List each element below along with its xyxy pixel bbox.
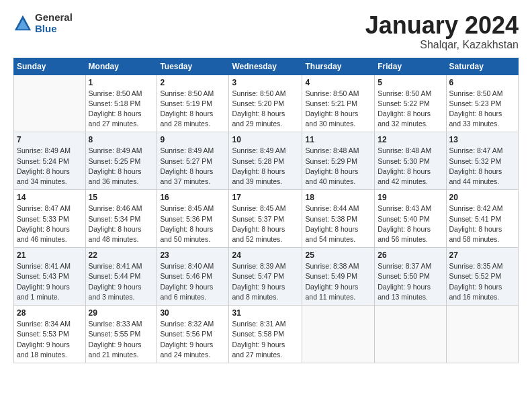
day-info: Sunrise: 8:37 AM Sunset: 5:50 PM Dayligh… <box>378 261 443 302</box>
day-info: Sunrise: 8:44 AM Sunset: 5:38 PM Dayligh… <box>305 203 371 244</box>
calendar-week-1: 1Sunrise: 8:50 AM Sunset: 5:18 PM Daylig… <box>14 75 519 132</box>
day-number: 5 <box>378 78 443 87</box>
calendar-cell: 24Sunrise: 8:39 AM Sunset: 5:47 PM Dayli… <box>229 248 302 306</box>
day-number: 26 <box>378 250 443 260</box>
day-info: Sunrise: 8:50 AM Sunset: 5:20 PM Dayligh… <box>232 89 299 130</box>
calendar-cell: 21Sunrise: 8:41 AM Sunset: 5:43 PM Dayli… <box>14 248 86 306</box>
calendar-cell: 4Sunrise: 8:50 AM Sunset: 5:21 PM Daylig… <box>302 75 375 132</box>
day-header-tuesday: Tuesday <box>157 58 229 75</box>
calendar-cell: 12Sunrise: 8:48 AM Sunset: 5:30 PM Dayli… <box>375 132 446 190</box>
day-number: 3 <box>232 78 299 87</box>
day-number: 17 <box>232 193 299 202</box>
day-header-thursday: Thursday <box>302 58 375 75</box>
day-info: Sunrise: 8:33 AM Sunset: 5:55 PM Dayligh… <box>89 319 154 360</box>
calendar-cell: 3Sunrise: 8:50 AM Sunset: 5:20 PM Daylig… <box>229 75 302 132</box>
calendar-cell: 19Sunrise: 8:43 AM Sunset: 5:40 PM Dayli… <box>375 190 446 248</box>
day-number: 24 <box>232 250 299 260</box>
day-info: Sunrise: 8:41 AM Sunset: 5:44 PM Dayligh… <box>89 261 154 302</box>
day-info: Sunrise: 8:50 AM Sunset: 5:19 PM Dayligh… <box>160 89 226 130</box>
day-header-sunday: Sunday <box>14 58 86 75</box>
day-number: 4 <box>305 78 371 87</box>
calendar-cell: 29Sunrise: 8:33 AM Sunset: 5:55 PM Dayli… <box>85 306 157 363</box>
title-block: January 2024 Shalqar, Kazakhstan <box>365 12 519 51</box>
calendar-cell <box>446 306 518 363</box>
day-number: 9 <box>160 135 226 144</box>
calendar-cell: 9Sunrise: 8:49 AM Sunset: 5:27 PM Daylig… <box>157 132 229 190</box>
day-info: Sunrise: 8:32 AM Sunset: 5:56 PM Dayligh… <box>160 319 226 360</box>
calendar-week-5: 28Sunrise: 8:34 AM Sunset: 5:53 PM Dayli… <box>14 306 519 363</box>
day-number: 14 <box>17 193 83 202</box>
day-number: 28 <box>17 308 83 318</box>
day-number: 18 <box>305 193 371 202</box>
calendar-cell: 15Sunrise: 8:46 AM Sunset: 5:34 PM Dayli… <box>85 190 157 248</box>
day-info: Sunrise: 8:42 AM Sunset: 5:41 PM Dayligh… <box>449 203 515 244</box>
logo-blue-text: Blue <box>35 24 73 35</box>
calendar-title: January 2024 <box>365 12 519 39</box>
day-number: 22 <box>89 250 154 260</box>
day-number: 16 <box>160 193 226 202</box>
day-info: Sunrise: 8:43 AM Sunset: 5:40 PM Dayligh… <box>378 203 443 244</box>
day-number: 2 <box>160 78 226 87</box>
day-number: 27 <box>449 250 515 260</box>
calendar-cell <box>302 306 375 363</box>
day-info: Sunrise: 8:50 AM Sunset: 5:18 PM Dayligh… <box>89 89 154 130</box>
calendar-week-4: 21Sunrise: 8:41 AM Sunset: 5:43 PM Dayli… <box>14 248 519 306</box>
day-number: 6 <box>449 78 515 87</box>
calendar-cell: 13Sunrise: 8:47 AM Sunset: 5:32 PM Dayli… <box>446 132 518 190</box>
calendar-cell: 11Sunrise: 8:48 AM Sunset: 5:29 PM Dayli… <box>302 132 375 190</box>
day-number: 23 <box>160 250 226 260</box>
calendar-cell: 23Sunrise: 8:40 AM Sunset: 5:46 PM Dayli… <box>157 248 229 306</box>
day-number: 30 <box>160 308 226 318</box>
day-header-monday: Monday <box>85 58 157 75</box>
day-number: 13 <box>449 135 515 144</box>
day-info: Sunrise: 8:48 AM Sunset: 5:29 PM Dayligh… <box>305 146 371 187</box>
calendar-cell: 16Sunrise: 8:45 AM Sunset: 5:36 PM Dayli… <box>157 190 229 248</box>
calendar-cell <box>14 75 86 132</box>
day-header-friday: Friday <box>375 58 446 75</box>
day-info: Sunrise: 8:50 AM Sunset: 5:21 PM Dayligh… <box>305 89 371 130</box>
calendar-cell: 28Sunrise: 8:34 AM Sunset: 5:53 PM Dayli… <box>14 306 86 363</box>
day-info: Sunrise: 8:34 AM Sunset: 5:53 PM Dayligh… <box>17 319 83 360</box>
day-number: 25 <box>305 250 371 260</box>
day-number: 7 <box>17 135 83 144</box>
day-header-wednesday: Wednesday <box>229 58 302 75</box>
day-number: 31 <box>232 308 299 318</box>
calendar-cell: 6Sunrise: 8:50 AM Sunset: 5:23 PM Daylig… <box>446 75 518 132</box>
day-info: Sunrise: 8:35 AM Sunset: 5:52 PM Dayligh… <box>449 261 515 302</box>
day-number: 12 <box>378 135 443 144</box>
calendar-cell: 1Sunrise: 8:50 AM Sunset: 5:18 PM Daylig… <box>85 75 157 132</box>
day-info: Sunrise: 8:47 AM Sunset: 5:33 PM Dayligh… <box>17 203 83 244</box>
day-info: Sunrise: 8:47 AM Sunset: 5:32 PM Dayligh… <box>449 146 515 187</box>
day-number: 21 <box>17 250 83 260</box>
calendar-cell: 10Sunrise: 8:49 AM Sunset: 5:28 PM Dayli… <box>229 132 302 190</box>
day-number: 8 <box>89 135 154 144</box>
logo-general-text: General <box>35 12 73 24</box>
logo: General Blue <box>13 12 73 34</box>
day-info: Sunrise: 8:31 AM Sunset: 5:58 PM Dayligh… <box>232 319 299 360</box>
day-info: Sunrise: 8:49 AM Sunset: 5:25 PM Dayligh… <box>89 146 154 187</box>
calendar-cell: 17Sunrise: 8:45 AM Sunset: 5:37 PM Dayli… <box>229 190 302 248</box>
day-info: Sunrise: 8:48 AM Sunset: 5:30 PM Dayligh… <box>378 146 443 187</box>
day-info: Sunrise: 8:49 AM Sunset: 5:24 PM Dayligh… <box>17 146 83 187</box>
day-info: Sunrise: 8:41 AM Sunset: 5:43 PM Dayligh… <box>17 261 83 302</box>
day-number: 20 <box>449 193 515 202</box>
calendar-cell: 22Sunrise: 8:41 AM Sunset: 5:44 PM Dayli… <box>85 248 157 306</box>
calendar-cell: 8Sunrise: 8:49 AM Sunset: 5:25 PM Daylig… <box>85 132 157 190</box>
calendar-cell: 20Sunrise: 8:42 AM Sunset: 5:41 PM Dayli… <box>446 190 518 248</box>
day-info: Sunrise: 8:50 AM Sunset: 5:23 PM Dayligh… <box>449 89 515 130</box>
calendar-cell: 25Sunrise: 8:38 AM Sunset: 5:49 PM Dayli… <box>302 248 375 306</box>
day-number: 15 <box>89 193 154 202</box>
header: General Blue January 2024 Shalqar, Kazak… <box>13 12 519 51</box>
logo-text: General Blue <box>35 12 73 34</box>
day-info: Sunrise: 8:45 AM Sunset: 5:37 PM Dayligh… <box>232 203 299 244</box>
day-number: 10 <box>232 135 299 144</box>
day-info: Sunrise: 8:49 AM Sunset: 5:27 PM Dayligh… <box>160 146 226 187</box>
day-number: 1 <box>89 78 154 87</box>
logo-icon <box>13 14 32 33</box>
calendar-cell: 2Sunrise: 8:50 AM Sunset: 5:19 PM Daylig… <box>157 75 229 132</box>
calendar-cell: 30Sunrise: 8:32 AM Sunset: 5:56 PM Dayli… <box>157 306 229 363</box>
day-info: Sunrise: 8:46 AM Sunset: 5:34 PM Dayligh… <box>89 203 154 244</box>
calendar-cell: 18Sunrise: 8:44 AM Sunset: 5:38 PM Dayli… <box>302 190 375 248</box>
day-info: Sunrise: 8:39 AM Sunset: 5:47 PM Dayligh… <box>232 261 299 302</box>
calendar-cell <box>375 306 446 363</box>
